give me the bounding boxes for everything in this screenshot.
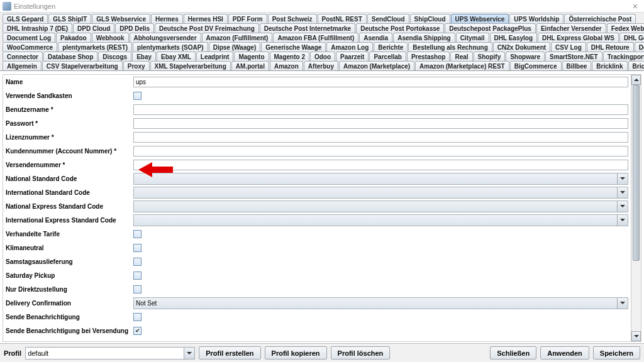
scroll-up-icon[interactable] bbox=[631, 75, 641, 85]
tab-connector[interactable]: Connector bbox=[3, 52, 43, 61]
tab-dhl-express-global-ws[interactable]: DHL Express Global WS bbox=[538, 33, 619, 42]
tab-database-shop[interactable]: Database Shop bbox=[43, 52, 97, 61]
tab-amazon-marketplace-rest[interactable]: Amazon (Marketplace) REST bbox=[415, 61, 509, 70]
text-input[interactable] bbox=[133, 77, 628, 87]
select-input[interactable] bbox=[133, 214, 628, 226]
tab-shopware[interactable]: Shopware bbox=[506, 52, 545, 61]
tab-dpd-delis[interactable]: DPD Delis bbox=[115, 23, 154, 33]
tab-amazon-log[interactable]: Amazon Log bbox=[326, 42, 373, 52]
tab-document-log[interactable]: Document Log bbox=[3, 33, 55, 42]
tab-bigcommerce[interactable]: BigCommerce bbox=[510, 61, 562, 70]
checkbox[interactable] bbox=[133, 92, 142, 100]
tab-dipse-waage-[interactable]: Dipse (Waage) bbox=[209, 42, 261, 52]
scrollbar[interactable] bbox=[631, 75, 641, 341]
tab-pakadoo[interactable]: Pakadoo bbox=[56, 33, 91, 42]
checkbox[interactable] bbox=[133, 258, 142, 266]
tab-dhl-gesch-ftskundenversand[interactable]: DHL Geschäftskundenversand bbox=[619, 33, 644, 42]
chevron-down-icon[interactable] bbox=[617, 187, 628, 198]
tab-pdf-form[interactable]: PDF Form bbox=[228, 14, 267, 23]
tab-smartstore-net[interactable]: SmartStore.NET bbox=[545, 52, 602, 61]
tab-asendia[interactable]: Asendia bbox=[359, 33, 392, 42]
checkbox[interactable] bbox=[133, 313, 142, 321]
tab-post-schweiz[interactable]: Post Schweiz bbox=[268, 14, 317, 23]
tab-deutsche-post-dv-freimachung[interactable]: Deutsche Post DV Freimachung bbox=[155, 23, 259, 33]
tab-afterbuy[interactable]: Afterbuy bbox=[304, 61, 338, 70]
scroll-down-icon[interactable] bbox=[631, 331, 641, 341]
text-input[interactable] bbox=[133, 118, 628, 129]
tab-dhl-intraship-7-de-[interactable]: DHL Intraship 7 (DE) bbox=[3, 23, 72, 33]
tab-magento-2[interactable]: Magento 2 bbox=[270, 52, 309, 61]
tab-woocommerce[interactable]: WooCommerce bbox=[3, 42, 57, 52]
tab-document-downloader[interactable]: Document Downloader bbox=[635, 42, 644, 52]
tab-discogs[interactable]: Discogs bbox=[98, 52, 131, 61]
text-input[interactable] bbox=[133, 146, 628, 156]
tab-parcellab[interactable]: Parcellab bbox=[369, 52, 406, 61]
tab-csv-stapelverarbeitung[interactable]: CSV Stapelverarbeitung bbox=[42, 61, 123, 70]
select-input[interactable]: Not Set bbox=[133, 297, 628, 309]
tab-gls-webservice[interactable]: GLS Webservice bbox=[92, 14, 150, 23]
profile-create-button[interactable]: Profil erstellen bbox=[199, 346, 260, 359]
tab-real[interactable]: Real bbox=[450, 52, 472, 61]
tab-shipcloud[interactable]: ShipCloud bbox=[410, 14, 450, 23]
select-input[interactable] bbox=[133, 173, 628, 185]
tab-citymail[interactable]: Citymail bbox=[456, 33, 489, 42]
select-input[interactable] bbox=[133, 187, 628, 199]
tab-brickowl[interactable]: Brickowl bbox=[628, 61, 644, 70]
tab-gls-shipit[interactable]: GLS ShipIT bbox=[48, 14, 91, 23]
tab-leadprint[interactable]: Leadprint bbox=[196, 52, 234, 61]
tab-ups-webservice[interactable]: UPS Webservice bbox=[451, 14, 509, 23]
tab-bestellung-als-rechnung[interactable]: Bestellung als Rechnung bbox=[408, 42, 492, 52]
tab-odoo[interactable]: Odoo bbox=[310, 52, 335, 61]
chevron-down-icon[interactable] bbox=[617, 298, 628, 309]
select-input[interactable] bbox=[133, 200, 628, 212]
tab-am-portal[interactable]: AM.portal bbox=[231, 61, 269, 70]
tab-proxy[interactable]: Proxy bbox=[123, 61, 150, 70]
tab-amazon-marketplace-[interactable]: Amazon (Marketplace) bbox=[339, 61, 414, 70]
tab-magento[interactable]: Magento bbox=[234, 52, 269, 61]
profile-delete-button[interactable]: Profil löschen bbox=[331, 346, 391, 359]
profile-select[interactable]: default bbox=[25, 347, 195, 359]
chevron-down-icon[interactable] bbox=[617, 173, 628, 184]
tab-trackingportal[interactable]: Trackingportal bbox=[603, 52, 644, 61]
tab-deutschepost-packageplus[interactable]: Deutschepost PackagePlus bbox=[445, 23, 536, 33]
text-input[interactable] bbox=[133, 160, 628, 170]
tab-deutsche-post-internetmarke[interactable]: Deutsche Post Internetmarke bbox=[260, 23, 355, 33]
tab-dhl-retoure[interactable]: DHL Retoure bbox=[587, 42, 634, 52]
tab-einfacher-versender[interactable]: Einfacher Versender bbox=[536, 23, 606, 33]
text-input[interactable] bbox=[133, 132, 628, 143]
tab-abholungsversender[interactable]: Abholungsversender bbox=[130, 33, 201, 42]
tab-hermes[interactable]: Hermes bbox=[151, 14, 183, 23]
tab-hermes-hsi[interactable]: Hermes HSI bbox=[184, 14, 228, 23]
close-icon[interactable]: × bbox=[629, 1, 641, 11]
tab-shopify[interactable]: Shopify bbox=[474, 52, 506, 61]
tab-berichte[interactable]: Berichte bbox=[374, 42, 408, 52]
tab-dhl-easylog[interactable]: DHL Easylog bbox=[490, 33, 538, 42]
tab-prestashop[interactable]: Prestashop bbox=[407, 52, 450, 61]
tab-allgemein[interactable]: Allgemein bbox=[3, 61, 42, 70]
checkbox[interactable] bbox=[133, 327, 142, 335]
tab-bricklink[interactable]: Bricklink bbox=[592, 61, 627, 70]
tab-fedex-webservice[interactable]: Fedex Webservice bbox=[607, 23, 644, 33]
tab-xml-stapelverarbeitung[interactable]: XML Stapelverarbeitung bbox=[150, 61, 231, 70]
tab-webhook[interactable]: Webhook bbox=[92, 33, 129, 42]
tab-billbee[interactable]: Billbee bbox=[562, 61, 592, 70]
tab-deutsche-post-portokasse[interactable]: Deutsche Post Portokasse bbox=[356, 23, 444, 33]
chevron-down-icon[interactable] bbox=[184, 348, 194, 359]
chevron-down-icon[interactable] bbox=[617, 215, 628, 226]
tab-plentymarkets-soap-[interactable]: plentymarkets (SOAP) bbox=[133, 42, 208, 52]
tab-generische-waage[interactable]: Generische Waage bbox=[261, 42, 326, 52]
tab-amazon[interactable]: Amazon bbox=[270, 61, 303, 70]
checkbox[interactable] bbox=[133, 272, 142, 280]
tab-gls-gepard[interactable]: GLS Gepard bbox=[3, 14, 48, 23]
tab-asendia-shipping[interactable]: Asendia Shipping bbox=[393, 33, 455, 42]
checkbox[interactable] bbox=[133, 285, 142, 293]
tab-plentymarkets-rest-[interactable]: plentymarkets (REST) bbox=[58, 42, 132, 52]
tab-ups-worldship[interactable]: UPS Worldship bbox=[509, 14, 564, 23]
chevron-down-icon[interactable] bbox=[617, 201, 628, 212]
save-button[interactable]: Speichern bbox=[593, 346, 640, 359]
profile-copy-button[interactable]: Profil kopieren bbox=[265, 346, 327, 359]
close-button[interactable]: Schließen bbox=[490, 346, 536, 359]
text-input[interactable] bbox=[133, 104, 628, 115]
checkbox[interactable] bbox=[133, 230, 142, 238]
tab-postnl-rest[interactable]: PostNL REST bbox=[318, 14, 367, 23]
